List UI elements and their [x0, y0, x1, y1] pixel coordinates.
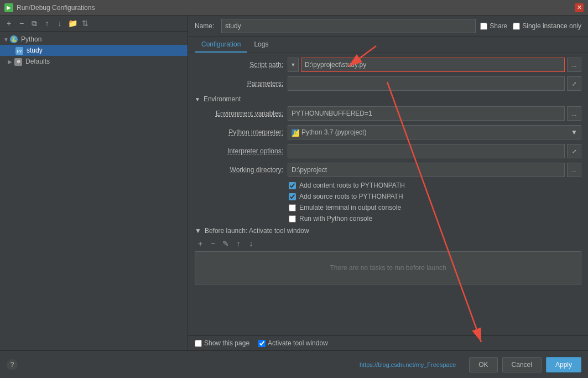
remove-config-button[interactable]: − [16, 18, 27, 29]
config-tree: ▼ 🐍 Python py study ▶ ⚙ [0, 32, 188, 350]
add-config-button[interactable]: + [3, 18, 14, 29]
emulate-terminal-label: Emulate terminal in output console [299, 204, 401, 211]
tab-bar: Configuration Logs [188, 37, 588, 53]
env-vars-input-group: ... [288, 106, 581, 121]
right-panel: Name: Share Single instance only Configu… [188, 15, 588, 350]
show-page-checkbox-label[interactable]: Show this page [195, 339, 249, 347]
tab-configuration[interactable]: Configuration [195, 37, 247, 53]
help-button[interactable]: ? [7, 359, 18, 370]
before-launch-label: Before launch: Activate tool window [205, 227, 309, 235]
move-down-button[interactable]: ↓ [54, 18, 65, 29]
script-path-row: Script path: ▼ ... [195, 58, 581, 72]
study-icon: py [15, 46, 24, 55]
tree-study-item[interactable]: py study [0, 45, 188, 56]
run-python-console-checkbox[interactable] [289, 215, 296, 222]
defaults-label: Defaults [25, 58, 50, 65]
add-source-roots-row: Add source roots to PYTHONPATH [195, 193, 581, 200]
parameters-expand-button[interactable]: ⤢ [567, 76, 581, 91]
single-instance-checkbox[interactable] [513, 23, 520, 30]
footer-left: ? https://blog.csdn.net/my_Freespace [7, 359, 465, 370]
expand-defaults-arrow: ▶ [8, 59, 14, 65]
interpreter-dropdown[interactable]: 🐍 Python 3.7 (pyproject) ▼ [288, 125, 581, 139]
share-checkbox-label[interactable]: Share [480, 22, 507, 30]
before-launch-edit-button[interactable]: ✎ [220, 238, 231, 249]
py-interpreter-icon: 🐍 [292, 128, 299, 137]
tree-defaults-item[interactable]: ▶ ⚙ Defaults [0, 56, 188, 67]
env-vars-input[interactable] [288, 106, 565, 121]
show-page-checkbox[interactable] [195, 340, 202, 347]
run-python-console-label: Run with Python console [299, 215, 372, 222]
before-launch-remove-button[interactable]: − [207, 238, 218, 249]
parameters-row: Parameters: ⤢ [195, 76, 581, 91]
working-dir-group: ... [288, 163, 581, 177]
footer: ? https://blog.csdn.net/my_Freespace OK … [0, 350, 588, 378]
before-launch-tasks-area: There are no tasks to run before launch [195, 251, 581, 284]
interpreter-options-group: ⤢ [288, 144, 581, 158]
interpreter-options-input[interactable] [288, 144, 565, 158]
activate-tool-window-checkbox[interactable] [258, 340, 266, 347]
env-section-arrow: ▼ [195, 96, 200, 102]
move-up-button[interactable]: ↑ [41, 18, 53, 29]
name-input[interactable] [221, 19, 476, 33]
working-dir-label: Working directory: [195, 166, 283, 174]
tree-python-group[interactable]: ▼ 🐍 Python [0, 34, 188, 45]
interpreter-select-row: 🐍 Python 3.7 (pyproject) ▼ [288, 125, 581, 139]
app-icon: ▶ [4, 3, 13, 12]
before-launch-arrow: ▼ [195, 227, 201, 235]
before-launch-toolbar: + − ✎ ↑ ↓ [195, 238, 581, 249]
bottom-checkboxes: Show this page Activate tool window [188, 335, 588, 350]
interpreter-value: Python 3.7 (pyproject) [301, 128, 366, 136]
add-source-roots-label: Add source roots to PYTHONPATH [299, 193, 403, 200]
before-launch-up-button[interactable]: ↑ [233, 238, 244, 249]
left-toolbar: + − ⧉ ↑ ↓ 📁 ⇅ [0, 15, 188, 32]
before-launch-header[interactable]: ▼ Before launch: Activate tool window [195, 227, 581, 235]
study-label: study [27, 46, 43, 54]
left-panel: + − ⧉ ↑ ↓ 📁 ⇅ ▼ 🐍 Python [0, 15, 188, 350]
interpreter-options-label: Interpreter options: [195, 147, 283, 155]
add-source-roots-checkbox[interactable] [289, 193, 296, 200]
tab-logs[interactable]: Logs [247, 37, 275, 53]
python-group-label: Python [21, 35, 41, 43]
no-tasks-text: There are no tasks to run before launch [330, 264, 446, 272]
ok-button[interactable]: OK [469, 357, 497, 372]
working-dir-browse[interactable]: ... [567, 163, 581, 177]
close-button[interactable]: ✕ [575, 3, 584, 12]
before-launch-add-button[interactable]: + [195, 238, 206, 249]
activate-tool-window-label: Activate tool window [268, 339, 328, 347]
script-path-input[interactable] [301, 58, 565, 72]
add-content-roots-checkbox[interactable] [289, 182, 296, 189]
environment-section-header[interactable]: ▼ Environment [195, 95, 581, 103]
before-launch-down-button[interactable]: ↓ [246, 238, 257, 249]
defaults-icon: ⚙ [14, 57, 23, 66]
show-page-label: Show this page [204, 339, 249, 347]
working-dir-input[interactable] [288, 163, 565, 177]
add-content-roots-label: Add content roots to PYTHONPATH [299, 182, 405, 189]
apply-button[interactable]: Apply [546, 357, 581, 372]
parameters-input[interactable] [288, 76, 565, 91]
name-field-label: Name: [195, 22, 217, 30]
name-row: Name: Share Single instance only [188, 15, 588, 37]
share-label: Share [490, 22, 507, 30]
cancel-button[interactable]: Cancel [502, 357, 542, 372]
working-dir-row: Working directory: ... [195, 163, 581, 177]
before-launch-section: ▼ Before launch: Activate tool window + … [195, 227, 581, 284]
python-group-icon: 🐍 [10, 35, 19, 44]
top-options: Share Single instance only [480, 22, 581, 30]
config-area: Script path: ▼ ... Parameters: ⤢ [188, 53, 588, 335]
env-vars-row: Environment variables: ... [195, 106, 581, 121]
expand-python-arrow: ▼ [3, 37, 10, 43]
single-instance-checkbox-label[interactable]: Single instance only [513, 22, 581, 30]
share-checkbox[interactable] [480, 23, 487, 30]
activate-tool-window-checkbox-label[interactable]: Activate tool window [258, 339, 328, 347]
emulate-terminal-checkbox[interactable] [289, 204, 296, 211]
script-path-browse-button[interactable]: ... [567, 58, 581, 72]
sort-button[interactable]: ⇅ [80, 18, 91, 29]
folder-button[interactable]: 📁 [67, 18, 78, 29]
env-vars-browse-button[interactable]: ... [567, 106, 581, 121]
interpreter-options-row: Interpreter options: ⤢ [195, 144, 581, 158]
copy-config-button[interactable]: ⧉ [29, 18, 40, 29]
python-interpreter-label: Python interpreter: [195, 128, 283, 136]
interpreter-options-expand[interactable]: ⤢ [567, 144, 581, 158]
script-type-dropdown[interactable]: ▼ [288, 58, 299, 72]
run-python-console-row: Run with Python console [195, 215, 581, 222]
